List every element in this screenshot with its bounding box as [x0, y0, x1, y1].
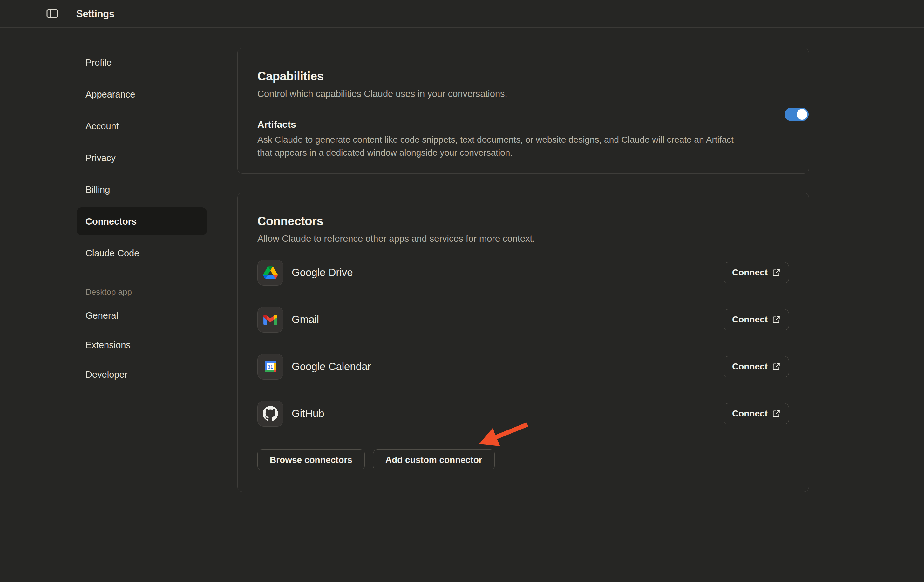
connector-row-google-calendar: 31 Google Calendar Connect: [257, 354, 789, 380]
connectors-subtitle: Allow Claude to reference other apps and…: [257, 233, 789, 244]
external-link-icon: [772, 363, 780, 371]
connector-row-gmail: Gmail Connect: [257, 307, 789, 333]
external-link-icon: [772, 409, 780, 418]
artifacts-setting-row: Artifacts Ask Claude to generate content…: [257, 119, 789, 159]
external-link-icon: [772, 315, 780, 324]
sidebar-item-label: General: [86, 310, 118, 321]
connector-name: GitHub: [292, 407, 324, 420]
sidebar-item-privacy[interactable]: Privacy: [77, 144, 207, 172]
connect-button-label: Connect: [732, 267, 768, 278]
sidebar-item-label: Connectors: [86, 216, 137, 227]
capabilities-subtitle: Control which capabilities Claude uses i…: [257, 88, 789, 99]
connector-row-google-drive: Google Drive Connect: [257, 260, 789, 285]
sidebar-item-claude-code[interactable]: Claude Code: [77, 239, 207, 267]
external-link-icon: [772, 269, 780, 277]
sidebar-item-label: Account: [86, 121, 119, 132]
sidebar-item-label: Profile: [86, 58, 112, 68]
capabilities-card: Capabilities Control which capabilities …: [238, 48, 809, 174]
sidebar-item-label: Appearance: [86, 89, 135, 100]
page-title: Settings: [76, 0, 114, 28]
artifacts-description: Ask Claude to generate content like code…: [257, 133, 744, 159]
sidebar-desktop-group: General Extensions Developer: [77, 302, 207, 389]
connect-google-calendar-button[interactable]: Connect: [723, 356, 789, 378]
artifacts-label: Artifacts: [257, 119, 789, 130]
gmail-tile: [257, 307, 284, 333]
connect-button-label: Connect: [732, 315, 768, 325]
connector-name: Gmail: [292, 313, 319, 326]
sidebar-item-label: Claude Code: [86, 248, 139, 259]
sidebar-item-appearance[interactable]: Appearance: [77, 80, 207, 108]
connectors-card: Connectors Allow Claude to reference oth…: [238, 193, 809, 492]
connector-row-github: GitHub Connect: [257, 401, 789, 427]
artifacts-toggle[interactable]: [784, 108, 808, 121]
sidebar-item-profile[interactable]: Profile: [77, 49, 207, 77]
settings-screen: Settings Profile Appearance Account Priv…: [0, 0, 924, 582]
connect-github-button[interactable]: Connect: [723, 403, 789, 424]
sidebar-panel-icon: [46, 9, 58, 18]
github-tile: [257, 401, 284, 427]
capabilities-title: Capabilities: [257, 69, 789, 84]
connect-button-label: Connect: [732, 409, 768, 419]
connect-google-drive-button[interactable]: Connect: [723, 262, 789, 284]
sidebar-section-desktop-app: Desktop app: [77, 285, 207, 298]
gmail-icon: [263, 315, 277, 325]
sidebar-item-general[interactable]: General: [77, 302, 207, 330]
settings-sidebar: Profile Appearance Account Privacy Billi…: [77, 49, 207, 390]
connect-gmail-button[interactable]: Connect: [723, 309, 789, 330]
connector-list: Google Drive Connect: [257, 260, 789, 427]
sidebar-item-connectors[interactable]: Connectors: [77, 208, 207, 236]
google-calendar-tile: 31: [257, 354, 284, 380]
sidebar-toggle-button[interactable]: [45, 7, 59, 20]
connect-button-label: Connect: [732, 361, 768, 372]
sidebar-item-developer[interactable]: Developer: [77, 361, 207, 389]
sidebar-item-account[interactable]: Account: [77, 112, 207, 140]
sidebar-item-billing[interactable]: Billing: [77, 176, 207, 204]
connectors-title: Connectors: [257, 214, 789, 228]
github-icon: [263, 406, 278, 421]
connector-name: Google Calendar: [292, 361, 371, 373]
svg-text:31: 31: [268, 364, 273, 369]
google-calendar-icon: 31: [263, 359, 278, 374]
connector-name: Google Drive: [292, 267, 353, 279]
google-drive-tile: [257, 260, 284, 285]
sidebar-item-label: Privacy: [86, 153, 116, 163]
add-custom-connector-button[interactable]: Add custom connector: [373, 449, 495, 470]
connector-actions: Browse connectors Add custom connector: [257, 449, 789, 470]
sidebar-item-label: Developer: [86, 369, 127, 380]
browse-connectors-button[interactable]: Browse connectors: [257, 449, 365, 470]
sidebar-item-label: Billing: [86, 185, 110, 195]
top-bar: Settings: [0, 0, 924, 28]
sidebar-item-extensions[interactable]: Extensions: [77, 331, 207, 359]
google-drive-icon: [263, 266, 278, 279]
toggle-knob: [797, 109, 807, 120]
sidebar-item-label: Extensions: [86, 340, 130, 350]
